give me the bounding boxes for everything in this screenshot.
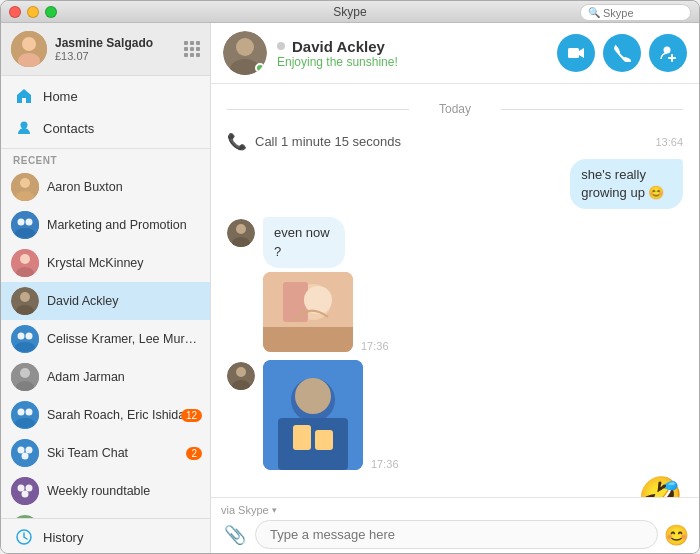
search-bar[interactable]: 🔍	[580, 4, 691, 21]
chat-header: David Ackley Enjoying the sunshine!	[211, 23, 699, 84]
history-icon	[13, 526, 35, 548]
video-call-button[interactable]	[557, 34, 595, 72]
chat-header-info: David Ackley Enjoying the sunshine!	[277, 38, 557, 69]
contact-item-ski[interactable]: Ski Team Chat 2	[1, 434, 210, 472]
attach-button[interactable]: 📎	[221, 521, 249, 549]
avatar-david	[11, 287, 39, 315]
chat-header-avatar	[223, 31, 267, 75]
svg-point-8	[18, 219, 25, 226]
contact-item-marketing[interactable]: Marketing and Promotion	[1, 206, 210, 244]
chat-actions	[557, 34, 687, 72]
sidebar-item-history[interactable]: History	[1, 519, 210, 554]
emoji-picker-button[interactable]: 😊	[664, 523, 689, 547]
voice-call-button[interactable]	[603, 34, 641, 72]
date-divider: Today	[227, 102, 683, 116]
svg-point-12	[20, 254, 30, 264]
contacts-icon	[13, 117, 35, 139]
contact-item-krystal[interactable]: Krystal McKinney	[1, 244, 210, 282]
svg-rect-55	[263, 327, 353, 352]
svg-point-25	[18, 409, 25, 416]
avatar-marketing	[11, 211, 39, 239]
avatar-aaron	[11, 173, 39, 201]
input-row: 📎 😊	[221, 520, 689, 549]
emoji-container: 17:36 🤣	[602, 478, 683, 497]
avatar-celisse	[11, 325, 39, 353]
call-notification: 📞 Call 1 minute 15 seconds 13:64	[227, 130, 683, 153]
image-row: 17:36	[263, 272, 389, 352]
svg-point-18	[18, 333, 25, 340]
window-controls	[9, 6, 57, 18]
dropdown-arrow-icon[interactable]: ▾	[272, 505, 277, 515]
message-row-image: 17:36	[227, 360, 683, 470]
close-button[interactable]	[9, 6, 21, 18]
message-image-large	[263, 360, 363, 470]
svg-point-3	[21, 122, 28, 129]
message-text: even now ?	[274, 225, 330, 258]
contact-item-weekly[interactable]: Weekly roundtable	[1, 472, 210, 510]
minimize-button[interactable]	[27, 6, 39, 18]
svg-point-15	[20, 292, 30, 302]
svg-point-35	[22, 491, 29, 498]
message-bubble: she's really growing up 😊	[570, 159, 683, 209]
search-input[interactable]	[603, 7, 683, 19]
svg-point-58	[236, 367, 246, 377]
contact-item-david[interactable]: David Ackley	[1, 282, 210, 320]
profile-balance: £13.07	[55, 50, 178, 62]
profile-info: Jasmine Salgado £13.07	[55, 36, 178, 62]
sidebar-item-home[interactable]: Home	[1, 80, 210, 112]
profile-name: Jasmine Salgado	[55, 36, 178, 50]
svg-point-56	[304, 286, 332, 314]
add-contact-button[interactable]	[649, 34, 687, 72]
contact-item-adam[interactable]: Adam Jarman	[1, 358, 210, 396]
chat-input-area: via Skype ▾ 📎 😊	[211, 497, 699, 554]
via-skype-label: via Skype ▾	[221, 504, 689, 516]
message-image-1	[263, 272, 353, 352]
contact-name-weekly: Weekly roundtable	[47, 484, 200, 498]
home-icon	[13, 85, 35, 107]
message-row-emoji: 17:36 🤣	[227, 478, 683, 497]
emoji-row: 17:36 🤣	[602, 478, 683, 497]
contact-list: Aaron Buxton Marketing and Promotion Kry…	[1, 168, 210, 518]
svg-point-33	[18, 485, 25, 492]
svg-point-20	[15, 342, 35, 352]
avatar-message-david	[227, 219, 255, 247]
profile-section: Jasmine Salgado £13.07	[1, 23, 210, 76]
svg-rect-65	[315, 430, 333, 450]
contact-name-aaron: Aaron Buxton	[47, 180, 200, 194]
contact-name-ski: Ski Team Chat	[47, 446, 200, 460]
message-input[interactable]	[255, 520, 658, 549]
contact-item-sarah[interactable]: Sarah Roach, Eric Ishida 12	[1, 396, 210, 434]
message-row: she's really growing up 😊	[227, 159, 683, 209]
svg-rect-63	[278, 418, 348, 470]
sidebar-item-contacts[interactable]: Contacts	[1, 112, 210, 144]
svg-point-45	[236, 38, 254, 56]
sidebar: Jasmine Salgado £13.07 Home	[1, 23, 211, 554]
large-image-container: 17:36	[263, 360, 399, 470]
nav-section: Home Contacts	[1, 76, 210, 149]
avatar	[11, 31, 47, 67]
message-container: she's really growing up 😊	[510, 159, 683, 209]
maximize-button[interactable]	[45, 6, 57, 18]
grid-icon[interactable]	[184, 41, 200, 57]
message-text: she's really growing up 😊	[581, 167, 664, 200]
svg-point-27	[15, 418, 35, 428]
contact-item-aaron[interactable]: Aaron Buxton	[1, 168, 210, 206]
svg-point-31	[22, 453, 29, 460]
avatar-ski	[11, 439, 39, 467]
sidebar-bottom: History	[1, 518, 210, 554]
chat-contact-name: David Ackley	[277, 38, 557, 55]
contact-item-babak[interactable]: Babak-Shammas	[1, 510, 210, 518]
svg-point-9	[26, 219, 33, 226]
svg-point-1	[22, 37, 36, 51]
svg-point-34	[26, 485, 33, 492]
svg-rect-47	[568, 48, 579, 58]
svg-point-19	[26, 333, 33, 340]
contact-item-celisse[interactable]: Celisse Kramer, Lee Murphy, MJ...	[1, 320, 210, 358]
recent-label: RECENT	[1, 149, 210, 168]
svg-rect-36	[11, 515, 39, 518]
svg-point-22	[20, 368, 30, 378]
online-indicator	[255, 63, 265, 73]
call-text: Call 1 minute 15 seconds	[255, 134, 401, 149]
svg-point-30	[26, 447, 33, 454]
title-bar: Skype 🔍	[1, 1, 699, 23]
